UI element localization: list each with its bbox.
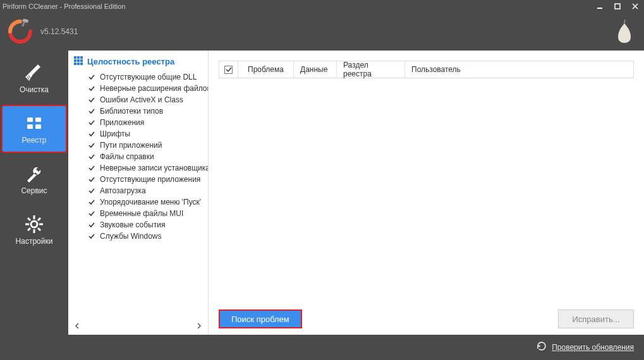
svg-line-16 bbox=[28, 228, 30, 231]
checklist-section-title: Целостность реестра bbox=[73, 56, 208, 68]
close-button[interactable] bbox=[626, 0, 644, 13]
apps-grid-icon bbox=[24, 113, 44, 133]
app-header: v5.12.5431 bbox=[0, 13, 644, 51]
check-updates-link[interactable]: Проверить обновления bbox=[552, 343, 634, 352]
column-spacer bbox=[475, 61, 633, 78]
svg-rect-25 bbox=[80, 63, 83, 65]
svg-rect-6 bbox=[27, 124, 33, 129]
svg-rect-17 bbox=[74, 56, 76, 59]
maximize-button[interactable] bbox=[609, 0, 626, 13]
sidebar-item-label: Настройки bbox=[16, 237, 53, 246]
column-section[interactable]: Раздел реестра bbox=[337, 61, 405, 78]
svg-line-15 bbox=[38, 218, 40, 220]
checklist-item[interactable]: Упорядочивание меню 'Пуск' bbox=[73, 196, 208, 208]
action-buttons-row: Поиск проблем Исправить... bbox=[219, 303, 634, 328]
column-checkbox[interactable] bbox=[219, 61, 238, 78]
svg-rect-23 bbox=[74, 63, 76, 65]
column-problem[interactable]: Проблема bbox=[238, 61, 294, 78]
svg-rect-21 bbox=[77, 59, 80, 62]
checklist-item[interactable]: Звуковые события bbox=[73, 219, 208, 231]
checklist-item[interactable]: Автозагрузка bbox=[73, 185, 208, 196]
checklist-item-label: Файлы справки bbox=[100, 152, 154, 161]
window-title: Piriform CCleaner - Professional Edition bbox=[3, 3, 591, 10]
sidebar-item-cleaner[interactable]: Очистка bbox=[3, 56, 66, 101]
checklist-item[interactable]: Пути приложений bbox=[73, 140, 208, 151]
svg-rect-5 bbox=[35, 117, 41, 122]
svg-point-8 bbox=[31, 221, 37, 227]
piriform-icon bbox=[616, 20, 633, 44]
apps-grid-icon bbox=[73, 56, 83, 68]
svg-rect-20 bbox=[74, 59, 76, 62]
results-table: Проблема Данные Раздел реестра Пользоват… bbox=[219, 61, 634, 78]
sidebar-item-tools[interactable]: Сервис bbox=[3, 157, 66, 202]
checkmark-icon bbox=[88, 97, 95, 103]
select-all-checkbox[interactable] bbox=[224, 66, 233, 74]
column-user[interactable]: Пользователь bbox=[405, 61, 475, 78]
svg-line-14 bbox=[38, 228, 40, 231]
svg-rect-0 bbox=[597, 8, 602, 9]
window-controls bbox=[591, 0, 644, 13]
checklist-item-label: Неверные расширения файлов bbox=[100, 84, 208, 93]
checkmark-icon bbox=[88, 142, 95, 148]
checklist-item-label: Неверные записи установщика bbox=[100, 164, 208, 172]
checklist-item-label: Шрифты bbox=[100, 129, 130, 138]
checklist-item-label: Приложения bbox=[100, 118, 144, 127]
scan-button[interactable]: Поиск проблем bbox=[219, 309, 302, 328]
sidebar-item-label: Реестр bbox=[22, 136, 47, 145]
checklist-item-label: Пути приложений bbox=[100, 141, 162, 150]
sidebar: Очистка Реестр Сервис Настройк bbox=[0, 51, 68, 335]
scroll-right-icon[interactable] bbox=[194, 321, 204, 331]
app-logo-icon bbox=[8, 19, 33, 44]
broom-icon bbox=[24, 63, 44, 83]
main-area: Очистка Реестр Сервис Настройк bbox=[0, 51, 644, 335]
checkmark-icon bbox=[88, 188, 95, 194]
checklist-item[interactable]: Службы Windows bbox=[73, 231, 208, 242]
checkmark-icon bbox=[88, 199, 95, 205]
checklist-item[interactable]: Шрифты bbox=[73, 128, 208, 140]
checklist-item-label: Библиотеки типов bbox=[100, 107, 163, 116]
checkmark-icon bbox=[88, 222, 95, 228]
checklist-item[interactable]: Ошибки ActiveX и Class bbox=[73, 94, 208, 105]
wrench-icon bbox=[24, 164, 44, 184]
refresh-icon bbox=[537, 341, 547, 354]
checkmark-icon bbox=[88, 74, 95, 80]
checkmark-icon bbox=[88, 210, 95, 217]
sidebar-item-label: Сервис bbox=[21, 186, 47, 195]
checklist-item-label: Звуковые события bbox=[100, 220, 165, 229]
checkmark-icon bbox=[88, 165, 95, 171]
version-label: v5.12.5431 bbox=[40, 27, 616, 36]
checklist-item-label: Упорядочивание меню 'Пуск' bbox=[100, 198, 201, 207]
sidebar-item-registry[interactable]: Реестр bbox=[3, 106, 66, 152]
checklist-item[interactable]: Библиотеки типов bbox=[73, 105, 208, 117]
content-area: Проблема Данные Раздел реестра Пользоват… bbox=[209, 51, 644, 335]
table-header-row: Проблема Данные Раздел реестра Пользоват… bbox=[219, 61, 633, 78]
svg-rect-18 bbox=[77, 56, 80, 59]
checklist-item-label: Ошибки ActiveX и Class bbox=[100, 95, 183, 104]
checkmark-icon bbox=[88, 153, 95, 160]
fix-button[interactable]: Исправить... bbox=[558, 309, 634, 328]
horizontal-scrollbar[interactable] bbox=[72, 321, 204, 331]
checkmark-icon bbox=[88, 119, 95, 126]
checklist-item[interactable]: Неверные расширения файлов bbox=[73, 83, 208, 94]
checkmark-icon bbox=[88, 108, 95, 114]
scroll-left-icon[interactable] bbox=[72, 321, 82, 331]
checklist-item[interactable]: Неверные записи установщика bbox=[73, 162, 208, 174]
checklist-title-text: Целостность реестра bbox=[87, 57, 174, 66]
minimize-button[interactable] bbox=[591, 0, 609, 13]
registry-checklist-panel: Целостность реестра Отсутствующие общие … bbox=[68, 51, 209, 335]
checkmark-icon bbox=[88, 176, 95, 183]
sidebar-item-label: Очистка bbox=[20, 85, 49, 94]
checklist-item[interactable]: Временные файлы MUI bbox=[73, 208, 208, 219]
checklist-item[interactable]: Отсутствующие общие DLL bbox=[73, 71, 208, 83]
column-data[interactable]: Данные bbox=[294, 61, 337, 78]
svg-rect-22 bbox=[80, 59, 83, 62]
svg-rect-24 bbox=[77, 63, 80, 65]
svg-rect-4 bbox=[27, 117, 33, 122]
checklist-item[interactable]: Отсутствующие приложения bbox=[73, 174, 208, 185]
sidebar-item-options[interactable]: Настройки bbox=[3, 207, 66, 253]
svg-line-13 bbox=[28, 218, 30, 220]
checklist-item[interactable]: Файлы справки bbox=[73, 151, 208, 162]
footer-bar: Проверить обновления bbox=[0, 335, 644, 360]
checklist-item[interactable]: Приложения bbox=[73, 117, 208, 128]
checkmark-icon bbox=[88, 85, 95, 92]
